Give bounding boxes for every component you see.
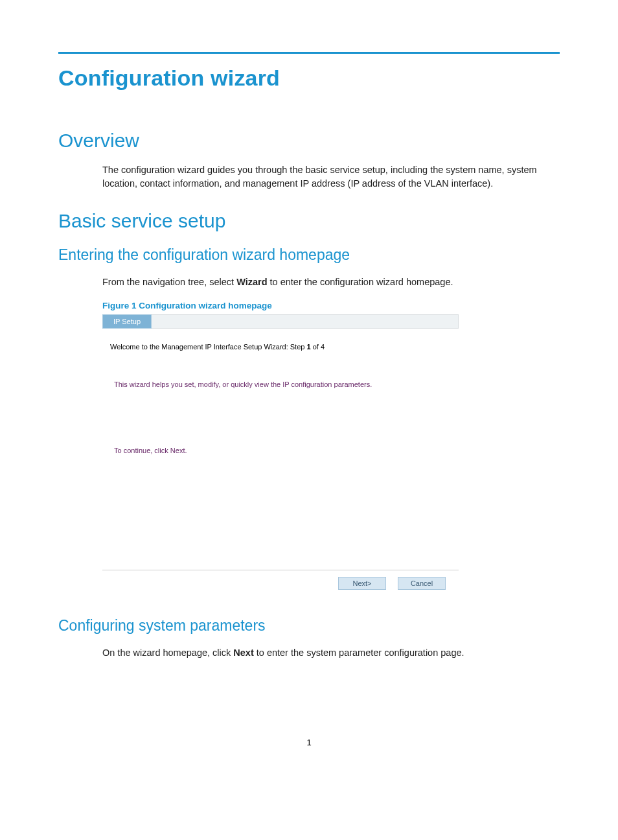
wizard-continue-text: To continue, click Next. (114, 447, 451, 454)
wizard-description: This wizard helps you set, modify, or qu… (114, 380, 451, 388)
wizard-figure: IP Setup Welcome to the Management IP In… (102, 314, 459, 590)
cancel-button[interactable]: Cancel (398, 577, 446, 590)
configuring-heading: Configuring system parameters (58, 617, 560, 635)
wizard-tab-row: IP Setup (102, 314, 459, 329)
entering-intro-after: to enter the configuration wizard homepa… (268, 277, 453, 287)
figure-caption: Figure 1 Configuration wizard homepage (102, 301, 560, 310)
entering-intro: From the navigation tree, select Wizard … (102, 275, 560, 289)
wizard-body: Welcome to the Management IP Interface S… (102, 329, 459, 563)
configuring-intro-before: On the wizard homepage, click (102, 648, 233, 658)
entering-heading: Entering the configuration wizard homepa… (58, 246, 560, 264)
page-title: Configuration wizard (58, 65, 560, 91)
wizard-tab-ip-setup[interactable]: IP Setup (102, 314, 152, 329)
wizard-welcome-prefix: Welcome to the Management IP Interface S… (110, 343, 306, 351)
page-number: 1 (58, 738, 560, 747)
overview-heading: Overview (58, 130, 560, 152)
document-page: Configuration wizard Overview The config… (0, 0, 618, 773)
wizard-footer: Next> Cancel (102, 570, 459, 590)
title-rule (58, 52, 560, 54)
configuring-intro-after: to enter the system parameter configurat… (254, 648, 464, 658)
entering-intro-before: From the navigation tree, select (102, 277, 236, 287)
wizard-welcome-suffix: of 4 (311, 343, 325, 351)
wizard-tab-spacer (152, 314, 459, 329)
next-button[interactable]: Next> (338, 577, 386, 590)
configuring-intro-bold: Next (233, 648, 253, 658)
wizard-welcome-line: Welcome to the Management IP Interface S… (110, 343, 451, 351)
configuring-intro: On the wizard homepage, click Next to en… (102, 646, 560, 660)
entering-intro-bold: Wizard (236, 277, 267, 287)
basic-heading: Basic service setup (58, 210, 560, 232)
overview-paragraph: The configuration wizard guides you thro… (102, 163, 560, 191)
